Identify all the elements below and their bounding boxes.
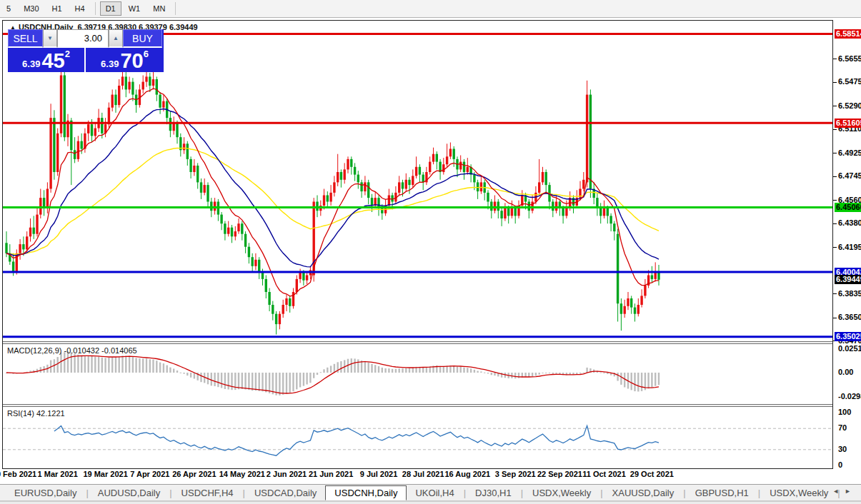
- axis-tick: [833, 153, 837, 153]
- tab-separator: |: [600, 488, 602, 498]
- axis-tick: [833, 129, 837, 130]
- rsi-axis-label: 0: [838, 460, 842, 469]
- chart-window: ▲USDCNH,Daily 6.39719 6.39830 6.39379 6.…: [2, 20, 833, 469]
- sell-button[interactable]: SELL: [8, 29, 43, 48]
- timeframe-button-h4[interactable]: H4: [69, 1, 91, 16]
- rsi-pane[interactable]: RSI(14) 42.1221: [3, 407, 832, 467]
- rsi-axis-label: 100: [838, 408, 851, 416]
- candlestick-series: [5, 70, 660, 334]
- volume-decrease-button[interactable]: ▼: [43, 29, 57, 48]
- buy-price-prefix: 6.39: [101, 59, 119, 69]
- axis-tick: [833, 247, 837, 248]
- price-tick-label: 6.49250: [838, 148, 861, 157]
- sell-price-digits: 45: [41, 50, 64, 71]
- buy-price-pipette: 6: [144, 49, 149, 59]
- macd-pane[interactable]: MACD(12,26,9) -0.010432 -0.014065: [3, 344, 832, 404]
- chart-tab-gbpusd-h1[interactable]: GBPUSD,H1: [687, 486, 757, 500]
- timeframe-toolbar: 5M30H1H4D1W1MN: [0, 0, 861, 18]
- tab-separator: |: [464, 488, 466, 498]
- timeframe-button-m30[interactable]: M30: [18, 1, 44, 16]
- rsi-axis-label: 70: [838, 423, 847, 432]
- sell-price-pipette: 2: [65, 49, 70, 59]
- rsi-line: [54, 425, 659, 455]
- tab-scroll-right-icon[interactable]: ►: [845, 488, 857, 495]
- chart-tab-usdcnh-daily[interactable]: USDCNH,Daily: [325, 485, 407, 500]
- sell-price-display[interactable]: 6.39 45 2: [8, 48, 84, 72]
- chart-tab-audusd-daily[interactable]: AUDUSD,Daily: [89, 486, 169, 500]
- chart-tab-xauusd-daily[interactable]: XAUUSD,Daily: [604, 486, 683, 500]
- macd-label: MACD(12,26,9) -0.010432 -0.014065: [7, 346, 137, 355]
- chart-tab-usdchf-h4[interactable]: USDCHF,H4: [173, 486, 242, 500]
- macd-axis-label: 0.025108: [838, 344, 861, 353]
- price-level-label: 6.35025: [835, 332, 861, 341]
- buy-price-display[interactable]: 6.39 70 6: [86, 48, 164, 72]
- timeframe-button-mn[interactable]: MN: [147, 1, 171, 16]
- price-tick-label: 6.47450: [838, 171, 861, 180]
- tab-separator: |: [758, 488, 760, 498]
- rsi-axis-label: 30: [838, 445, 847, 453]
- axis-tick: [833, 318, 837, 318]
- buy-price-digits: 70: [120, 50, 143, 71]
- price-tick-label: 6.54750: [838, 77, 861, 86]
- current-price-label: 6.39449: [835, 275, 861, 284]
- one-click-trade-panel: SELL ▼ 3.00 ▲ BUY 6.39 45 2 6.39 70 6: [8, 29, 164, 72]
- chart-tab-usdx-weekly[interactable]: USDX,Weekly: [761, 486, 837, 500]
- chart-tab-ukoil-h4[interactable]: UKOil,H4: [407, 486, 462, 500]
- spin-up-icon: ▲: [113, 35, 119, 41]
- tab-separator: |: [521, 488, 523, 498]
- price-tick-label: 6.41950: [838, 243, 861, 251]
- tab-scroll-left-icon[interactable]: ◄: [832, 488, 845, 495]
- horizontal-level-lines[interactable]: [3, 34, 832, 337]
- sell-price-prefix: 6.39: [22, 59, 40, 69]
- chart-tab-eurusd-daily[interactable]: EURUSD,Daily: [6, 486, 85, 500]
- price-tick-label: 6.43800: [838, 218, 861, 227]
- date-tick-label: 29 Oct 2021: [619, 470, 684, 478]
- chart-tab-usdcad-daily[interactable]: USDCAD,Daily: [246, 486, 325, 500]
- spin-down-icon: ▼: [47, 35, 53, 41]
- rsi-chart: [3, 407, 832, 467]
- toolbar-separator: [95, 2, 96, 15]
- price-level-label: 6.58514: [835, 29, 861, 39]
- axis-tick: [833, 176, 837, 177]
- chart-tab-dj30-h1[interactable]: DJ30,H1: [467, 486, 520, 500]
- axis-tick: [833, 200, 837, 201]
- price-axis[interactable]: 6.565506.547506.529006.511006.492506.474…: [833, 20, 861, 469]
- time-axis[interactable]: 10 Feb 20211 Mar 202119 Mar 20217 Apr 20…: [2, 469, 833, 482]
- toolbar-separator: [175, 2, 176, 15]
- macd-axis-label: -0.02988: [838, 392, 861, 400]
- rsi-label: RSI(14) 42.1221: [7, 409, 65, 418]
- status-bar: [0, 501, 861, 504]
- chart-tab-bar: EURUSD,Daily|AUDUSD,Daily|USDCHF,H4|USDC…: [0, 484, 861, 501]
- timeframe-button-5[interactable]: 5: [1, 1, 16, 16]
- chart-tab-usdx-weekly[interactable]: USDX,Weekly: [524, 486, 599, 500]
- axis-tick: [833, 82, 837, 83]
- volume-input[interactable]: 3.00: [57, 29, 109, 48]
- volume-increase-button[interactable]: ▲: [109, 29, 123, 48]
- tab-separator: |: [243, 488, 245, 498]
- ma-fast-line: [6, 89, 659, 296]
- axis-tick: [833, 223, 837, 224]
- timeframe-button-w1[interactable]: W1: [123, 1, 146, 16]
- price-tick-label: 6.38350: [838, 289, 861, 298]
- price-tick-label: 6.52900: [838, 101, 861, 110]
- price-tick-label: 6.36500: [838, 313, 861, 321]
- tab-separator: |: [683, 488, 685, 498]
- macd-signal-line: [6, 356, 659, 393]
- axis-tick: [833, 59, 837, 59]
- tab-scroll-arrows: ◄►: [832, 488, 857, 495]
- buy-button[interactable]: BUY: [123, 29, 162, 48]
- timeframe-button-h1[interactable]: H1: [46, 1, 68, 16]
- price-chart-pane[interactable]: ▲USDCNH,Daily 6.39719 6.39830 6.39379 6.…: [3, 21, 832, 341]
- timeframe-button-d1[interactable]: D1: [100, 1, 121, 16]
- tab-separator: |: [86, 488, 88, 498]
- axis-tick: [833, 106, 837, 106]
- price-tick-label: 6.56550: [838, 54, 861, 63]
- price-level-label: 6.45060: [835, 203, 861, 212]
- axis-tick: [833, 293, 837, 294]
- price-level-label: 6.51605: [835, 119, 861, 128]
- macd-axis-label: 0.00: [838, 368, 853, 376]
- tab-separator: |: [169, 488, 171, 498]
